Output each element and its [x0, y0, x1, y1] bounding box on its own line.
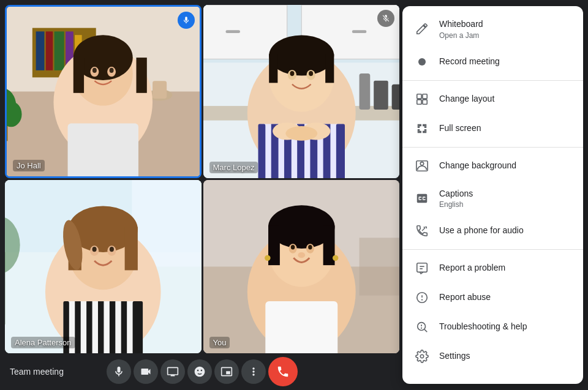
svg-rect-3: [36, 31, 45, 70]
pencil-icon: [415, 21, 429, 36]
whiteboard-sublabel: Open a Jam: [439, 31, 483, 40]
record-icon: [415, 54, 429, 69]
svg-rect-75: [86, 301, 92, 353]
controls: [83, 357, 321, 386]
svg-point-71: [110, 247, 114, 252]
svg-point-92: [290, 245, 295, 250]
svg-point-19: [92, 68, 97, 73]
fullscreen-label: Full screen: [439, 122, 481, 135]
svg-point-88: [265, 255, 270, 261]
main-layout: Jo Hall: [0, 0, 588, 390]
jo-hall-mic-indicator: [178, 12, 195, 29]
menu-item-report-abuse[interactable]: Report abuse: [402, 283, 583, 312]
report-problem-label: Report a problem: [439, 262, 505, 274]
video-tile-marc-lopez: Marc Lopez: [203, 5, 400, 178]
record-label: Record meeting: [439, 56, 500, 68]
svg-rect-5: [55, 31, 64, 70]
svg-point-44: [309, 71, 313, 76]
svg-rect-96: [417, 94, 421, 98]
menu-item-settings[interactable]: Settings: [402, 342, 583, 371]
captions-label: Captions: [439, 188, 473, 200]
svg-rect-78: [121, 301, 127, 353]
svg-rect-4: [46, 31, 53, 70]
menu-item-whiteboard[interactable]: Whiteboard Open a Jam: [402, 11, 583, 47]
svg-rect-11: [153, 81, 167, 99]
fullscreen-content: Full screen: [439, 122, 481, 135]
menu-item-background[interactable]: Change background: [402, 151, 583, 181]
svg-point-112: [420, 354, 424, 358]
svg-point-94: [298, 252, 305, 258]
svg-point-89: [332, 255, 337, 261]
camera-button[interactable]: [134, 359, 158, 384]
captions-content: Captions English: [439, 188, 473, 209]
report-problem-content: Report a problem: [439, 262, 505, 274]
svg-rect-30: [225, 30, 240, 33]
menu-item-layout[interactable]: Change layout: [402, 84, 583, 114]
background-content: Change background: [439, 160, 516, 172]
background-icon: [415, 159, 429, 173]
fullscreen-icon: [415, 121, 429, 136]
svg-rect-34: [374, 81, 388, 110]
menu-item-record[interactable]: Record meeting: [402, 47, 583, 77]
svg-rect-97: [423, 94, 427, 98]
captions-icon: [415, 191, 429, 206]
menu-item-captions[interactable]: Captions English: [402, 181, 583, 217]
dropdown-menu: Whiteboard Open a Jam Record meeting: [402, 6, 583, 384]
video-tile-you: You: [203, 180, 400, 353]
phone-audio-label: Use a phone for audio: [439, 225, 524, 237]
marc-lopez-name: Marc Lopez: [209, 162, 258, 173]
svg-point-55: [285, 126, 317, 141]
svg-point-70: [92, 247, 97, 252]
alena-video: [5, 180, 202, 353]
layout-label: Change layout: [439, 93, 494, 105]
svg-rect-99: [423, 100, 427, 104]
alena-name: Alena Patterson: [11, 337, 75, 348]
svg-rect-77: [110, 301, 115, 353]
present-button[interactable]: [160, 359, 185, 384]
svg-rect-95: [265, 301, 337, 353]
you-name: You: [209, 337, 230, 348]
end-call-button[interactable]: [268, 357, 298, 386]
more-options-button[interactable]: [241, 359, 266, 384]
menu-item-troubleshoot[interactable]: Troubleshooting & help: [402, 312, 583, 342]
svg-point-100: [420, 162, 424, 165]
settings-label: Settings: [439, 350, 470, 362]
captions-sublabel: English: [439, 200, 473, 209]
svg-rect-40: [325, 54, 334, 83]
svg-rect-79: [133, 301, 143, 353]
bottom-bar: Team meeting: [0, 353, 404, 390]
jo-hall-video: [7, 7, 200, 176]
you-video: [203, 180, 400, 353]
video-tile-alena: Alena Patterson: [5, 180, 202, 353]
svg-rect-16: [136, 58, 146, 93]
report-abuse-icon: [415, 290, 429, 305]
reactions-button[interactable]: [187, 359, 212, 384]
divider-3: [402, 249, 583, 250]
menu-item-fullscreen[interactable]: Full screen: [402, 114, 583, 143]
svg-point-43: [290, 71, 294, 76]
svg-rect-15: [74, 58, 84, 93]
report-problem-icon: [415, 261, 429, 276]
svg-rect-46: [258, 124, 265, 178]
pip-button[interactable]: [214, 359, 239, 384]
phone-audio-content: Use a phone for audio: [439, 225, 524, 237]
menu-item-report-problem[interactable]: Report a problem: [402, 253, 583, 283]
layout-icon: [415, 92, 429, 107]
svg-point-38: [269, 36, 334, 76]
svg-rect-33: [359, 73, 370, 110]
video-tile-jo-hall: Jo Hall: [5, 5, 202, 178]
report-abuse-label: Report abuse: [439, 291, 491, 304]
jo-hall-name: Jo Hall: [13, 160, 45, 171]
background-label: Change background: [439, 160, 516, 172]
svg-rect-76: [98, 301, 104, 353]
marc-lopez-video: [203, 5, 400, 178]
svg-line-109: [424, 329, 427, 332]
divider-2: [402, 147, 583, 148]
settings-icon: [415, 349, 429, 364]
menu-item-phone-audio[interactable]: Use a phone for audio: [402, 216, 583, 246]
video-grid: Jo Hall: [0, 0, 404, 353]
settings-content: Settings: [439, 350, 470, 362]
microphone-button[interactable]: [107, 359, 131, 384]
whiteboard-content: Whiteboard Open a Jam: [439, 18, 483, 40]
marc-lopez-mic-indicator: [377, 10, 394, 27]
